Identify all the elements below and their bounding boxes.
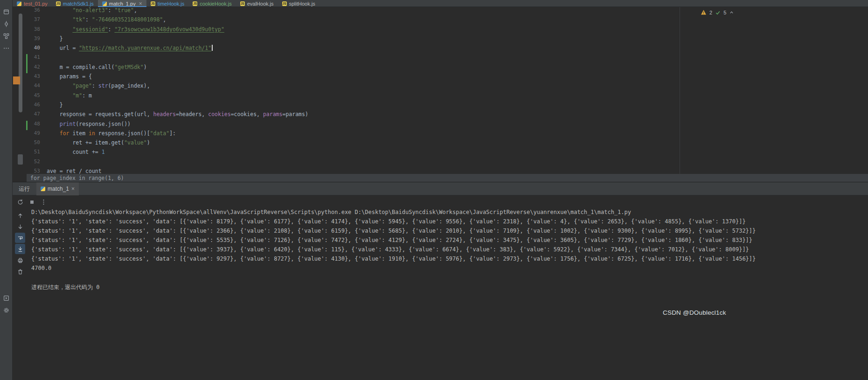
project-icon[interactable] xyxy=(0,6,13,18)
editor-tab-timeHook.js[interactable]: JStimeHook.js xyxy=(146,0,188,7)
run-tool-window: 运行 match_1 × D:\Desktop\BaiduSyncdisk\Wo… xyxy=(13,182,868,380)
gutter-cell[interactable]: 36 xyxy=(13,7,47,16)
editor-tab-evalHook.js[interactable]: JSevalHook.js xyxy=(236,0,278,7)
editor-line[interactable]: 38 "sessionid": "7r3sowcwuw1b348dyo6vow4… xyxy=(13,26,868,35)
editor-tab-test_01.py[interactable]: test_01.py xyxy=(13,0,52,7)
console-line: D:\Desktop\BaiduSyncdisk\Workspace\Pytho… xyxy=(31,209,863,218)
line-number: 44 xyxy=(34,83,47,89)
close-icon[interactable]: × xyxy=(139,1,142,7)
gutter-cell[interactable]: 47 xyxy=(13,111,47,120)
editor-line[interactable]: 45 "m": m xyxy=(13,92,868,102)
code-text: print(response.json()) xyxy=(47,121,131,130)
run-toolbar-top xyxy=(15,197,49,207)
scroll-to-end-icon[interactable] xyxy=(15,244,25,254)
line-number: 42 xyxy=(34,64,47,70)
run-header: 运行 match_1 × xyxy=(13,182,868,195)
code-text: "page": str(page_index), xyxy=(47,83,150,92)
editor-line[interactable]: 52 xyxy=(13,159,868,168)
code-text: m = compile.call("getMSdk") xyxy=(47,64,147,73)
more-icon[interactable] xyxy=(0,42,13,54)
console-line: {'status': '1', 'state': 'success', 'dat… xyxy=(31,246,863,256)
chevron-up-icon xyxy=(729,10,734,15)
javascript-file-icon: JS xyxy=(240,1,245,6)
editor-line[interactable]: 44 "page": str(page_index), xyxy=(13,83,868,92)
ok-count: 5 xyxy=(723,10,726,15)
structure-icon[interactable] xyxy=(0,30,13,42)
tab-label: matchSdk1.js xyxy=(63,1,94,7)
code-text: response = requests.get(url, headers=hea… xyxy=(47,111,308,120)
editor-line[interactable]: 50 ret += item.get("value") xyxy=(13,139,868,149)
javascript-file-icon: JS xyxy=(282,1,287,6)
editor[interactable]: 36 "no-alert3": "true",37 "tk": "-764660… xyxy=(13,7,868,182)
gutter-cell[interactable]: 40 xyxy=(13,45,47,54)
editor-scrollbar-thumb[interactable] xyxy=(19,14,22,112)
more-options-icon[interactable] xyxy=(38,197,49,207)
gutter-cell[interactable]: 46 xyxy=(13,102,47,111)
rerun-icon[interactable] xyxy=(15,197,25,207)
editor-tab-splitHook.js[interactable]: JSsplitHook.js xyxy=(278,0,319,7)
line-number: 37 xyxy=(34,16,47,22)
javascript-file-icon: JS xyxy=(151,1,155,6)
services-icon[interactable] xyxy=(0,292,13,304)
editor-line[interactable]: 40 url = "https://match.yuanrenxue.cn/ap… xyxy=(13,45,868,54)
editor-line[interactable]: 49 for item in response.json()["data"]: xyxy=(13,130,868,139)
gutter-cell[interactable]: 42 xyxy=(13,64,47,73)
editor-tab-match_1.py[interactable]: match_1.py× xyxy=(98,0,146,7)
close-icon[interactable]: × xyxy=(71,186,75,192)
ide-root: { "icons": { "close": "×", "js_badge": "… xyxy=(0,0,868,380)
editor-line[interactable]: 46 } xyxy=(13,102,868,111)
vcs-change-marker xyxy=(26,121,28,130)
context-text: for page_index in range(1, 6) xyxy=(30,175,124,181)
editor-line[interactable]: 48 print(response.json()) xyxy=(13,121,868,130)
code-area[interactable]: 36 "no-alert3": "true",37 "tk": "-764660… xyxy=(13,7,868,174)
editor-line[interactable]: 51 count += 1 xyxy=(13,149,868,158)
editor-tab-matchSdk1.js[interactable]: JSmatchSdk1.js xyxy=(52,0,98,7)
gutter-cell[interactable]: 39 xyxy=(13,35,47,45)
print-icon[interactable] xyxy=(15,255,25,265)
editor-line[interactable]: 42 m = compile.call("getMSdk") xyxy=(13,64,868,73)
clear-icon[interactable] xyxy=(15,266,25,276)
editor-tab-cookieHook.js[interactable]: JScookieHook.js xyxy=(188,0,236,7)
gutter-cell[interactable]: 50 xyxy=(13,139,47,149)
stripe-bottom-icons xyxy=(0,292,13,316)
gutter-cell[interactable]: 41 xyxy=(13,54,47,63)
run-toolbar-side xyxy=(15,210,25,276)
editor-line[interactable]: 43 params = { xyxy=(13,73,868,83)
line-number: 52 xyxy=(34,159,47,165)
editor-line[interactable]: 36 "no-alert3": "true", xyxy=(13,7,868,16)
console-line: {'status': '1', 'state': 'success', 'dat… xyxy=(31,218,863,228)
line-number: 51 xyxy=(34,149,47,155)
tab-label: match_1.py xyxy=(109,1,136,7)
line-number: 40 xyxy=(34,45,47,51)
gutter-cell[interactable]: 37 xyxy=(13,16,47,26)
editor-line[interactable]: 39 } xyxy=(13,35,868,45)
editor-line[interactable]: 37 "tk": "-7646603521848001098", xyxy=(13,16,868,26)
code-text: } xyxy=(47,102,63,111)
stop-icon[interactable] xyxy=(27,197,37,207)
editor-scrollbar-thumb-small[interactable] xyxy=(18,154,23,165)
tool-window-stripe xyxy=(0,0,13,380)
text-caret xyxy=(212,45,213,51)
soft-wrap-icon[interactable] xyxy=(15,233,25,243)
code-text: url = "https://match.yuanrenxue.cn/api/m… xyxy=(47,45,213,54)
gutter-cell[interactable]: 45 xyxy=(13,92,47,102)
code-text: ret += item.get("value") xyxy=(47,139,150,149)
settings-icon[interactable] xyxy=(0,304,13,316)
editor-line[interactable]: 47 response = requests.get(url, headers=… xyxy=(13,111,868,120)
down-icon[interactable] xyxy=(15,221,25,232)
commit-icon[interactable] xyxy=(0,18,13,30)
editor-line[interactable]: 41 xyxy=(13,54,868,63)
gutter-cell[interactable]: 48 xyxy=(13,121,47,130)
inspections-widget[interactable]: 2 5 xyxy=(701,9,734,15)
up-icon[interactable] xyxy=(15,210,25,221)
gutter-cell[interactable]: 38 xyxy=(13,26,47,35)
tab-label: cookieHook.js xyxy=(200,1,231,7)
run-tab-label: match_1 xyxy=(48,186,69,192)
editor-tab-bar: test_01.pyJSmatchSdk1.jsmatch_1.py×JStim… xyxy=(13,0,868,7)
line-number: 47 xyxy=(34,111,47,117)
gutter-cell[interactable]: 49 xyxy=(13,130,47,139)
context-info-bar: for page_index in range(1, 6) xyxy=(27,174,868,182)
console-output[interactable]: D:\Desktop\BaiduSyncdisk\Workspace\Pytho… xyxy=(31,209,863,293)
stripe-top-icons xyxy=(0,6,13,54)
run-tab-match_1[interactable]: match_1 × xyxy=(36,182,79,195)
